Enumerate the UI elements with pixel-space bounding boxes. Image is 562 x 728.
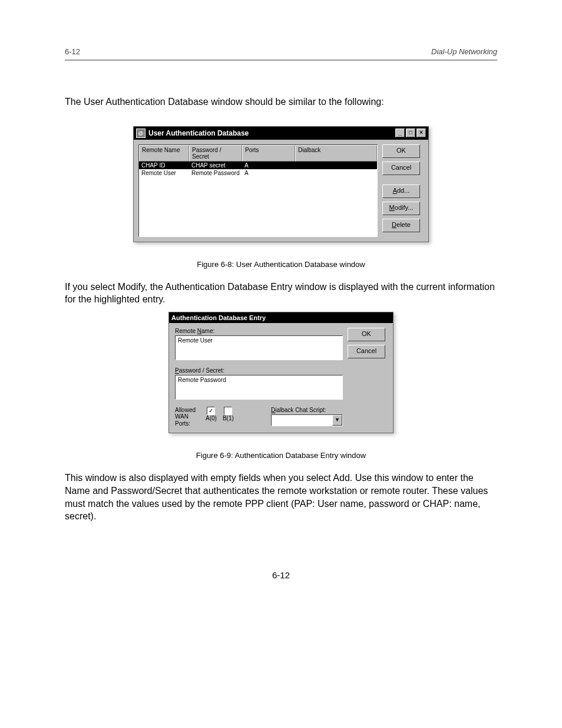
col-dialback[interactable]: Dialback — [295, 145, 377, 162]
add-button[interactable]: Add... — [382, 185, 420, 198]
col-password[interactable]: Password / Secret — [189, 145, 242, 162]
remote-name-input[interactable]: Remote User — [175, 335, 343, 360]
mid-paragraph: If you select Modify, the Authentication… — [65, 281, 497, 306]
cancel-button[interactable]: Cancel — [348, 345, 385, 358]
table-row[interactable]: CHAP ID CHAP secret A — [139, 162, 377, 169]
figure-caption-1: Figure 6-8: User Authentication Database… — [65, 260, 497, 269]
end-paragraph: This window is also displayed with empty… — [65, 472, 497, 522]
allowed-ports-label: Allowed WAN Ports: — [175, 407, 206, 427]
ok-button[interactable]: OK — [382, 144, 420, 158]
titlebar: @ User Authentication Database _ □ × — [134, 127, 428, 140]
window-title: Authentication Database Entry — [171, 314, 266, 321]
chapter-page-left: 6-12 — [65, 47, 80, 56]
port-b-checkbox[interactable] — [224, 407, 232, 415]
modify-button[interactable]: Modify... — [382, 202, 420, 215]
auth-db-entry-window: Authentication Database Entry Remote Nam… — [168, 312, 394, 434]
ok-button[interactable]: OK — [348, 328, 385, 341]
password-label: Password / Secret: — [175, 367, 343, 374]
figure-caption-2: Figure 6-9: Authentication Database Entr… — [65, 451, 497, 460]
close-icon[interactable]: × — [416, 129, 426, 137]
window-title: User Authentication Database — [148, 129, 249, 137]
table-row[interactable]: Remote User Remote Password A — [139, 169, 377, 177]
intro-paragraph: The User Authentication Database window … — [65, 96, 497, 108]
app-icon: @ — [136, 129, 146, 138]
dialback-script-label: Dialback Chat Script: — [271, 407, 343, 413]
port-a-label: A(0) — [206, 415, 217, 421]
password-input[interactable]: Remote Password — [175, 375, 343, 400]
col-remote-name[interactable]: Remote Name — [139, 145, 189, 162]
section-rule — [65, 60, 497, 61]
user-auth-db-window: @ User Authentication Database _ □ × Rem… — [133, 126, 429, 242]
auth-list[interactable]: Remote Name Password / Secret Ports Dial… — [138, 144, 378, 237]
remote-name-label: Remote Name: — [175, 328, 343, 334]
chapter-title-right: Dial-Up Networking — [431, 47, 497, 56]
col-ports[interactable]: Ports — [242, 145, 295, 162]
cancel-button[interactable]: Cancel — [382, 162, 420, 175]
delete-button[interactable]: Delete — [382, 219, 420, 232]
titlebar: Authentication Database Entry — [169, 312, 393, 323]
port-a-checkbox[interactable]: ✓ — [207, 407, 215, 415]
page-number: 6-12 — [65, 570, 497, 580]
maximize-icon[interactable]: □ — [406, 129, 415, 137]
port-b-label: B(1) — [223, 415, 234, 421]
minimize-icon[interactable]: _ — [395, 129, 405, 137]
chevron-down-icon[interactable]: ▼ — [332, 415, 342, 426]
dialback-script-select[interactable]: ▼ — [271, 414, 343, 426]
